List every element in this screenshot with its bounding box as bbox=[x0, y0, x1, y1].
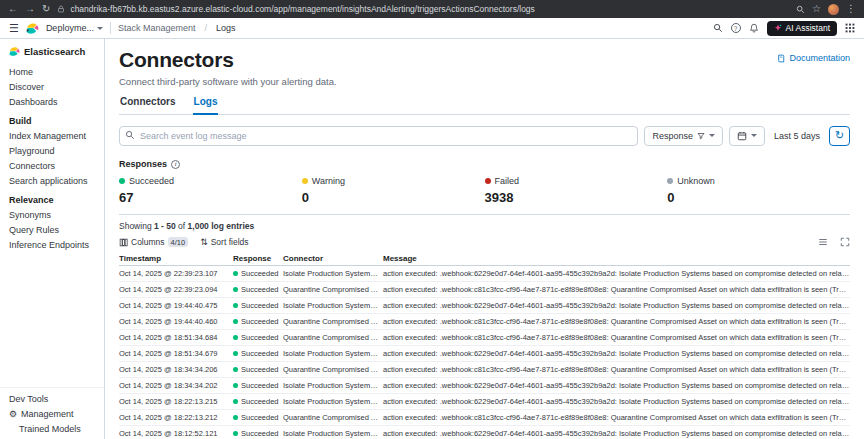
search-box bbox=[119, 125, 638, 146]
cell-timestamp: Oct 14, 2025 @ 18:51:34.679 bbox=[119, 349, 229, 358]
table-row[interactable]: Oct 14, 2025 @ 18:22:13.212 Succeeded Qu… bbox=[119, 410, 850, 426]
cell-timestamp: Oct 14, 2025 @ 18:51:34.684 bbox=[119, 333, 229, 342]
table-row[interactable]: Oct 14, 2025 @ 22:39:23.107 Succeeded Is… bbox=[119, 266, 850, 282]
table-row[interactable]: Oct 14, 2025 @ 22:39:23.094 Succeeded Qu… bbox=[119, 282, 850, 298]
cell-timestamp: Oct 14, 2025 @ 18:12:52.121 bbox=[119, 429, 229, 438]
cell-response: Succeeded bbox=[233, 285, 279, 294]
breadcrumb-stack-management[interactable]: Stack Management bbox=[118, 23, 196, 33]
tabs: Connectors Logs bbox=[119, 96, 850, 115]
status-dot bbox=[233, 271, 238, 276]
cell-message: action executed: .webhook:6229e0d7-64ef-… bbox=[383, 397, 850, 406]
col-header-timestamp[interactable]: Timestamp bbox=[119, 254, 229, 263]
ai-assistant-button[interactable]: AI Assistant bbox=[767, 21, 837, 36]
cell-connector: Isolate Production Systems base bbox=[283, 349, 379, 358]
table-row[interactable]: Oct 14, 2025 @ 18:34:34.206 Succeeded Qu… bbox=[119, 362, 850, 378]
sidebar-item-management[interactable]: ⚙ Management bbox=[0, 406, 104, 421]
response-filter-button[interactable]: Response bbox=[644, 126, 723, 146]
sidebar-item[interactable]: Synonyms bbox=[0, 207, 104, 222]
cell-timestamp: Oct 14, 2025 @ 22:39:23.094 bbox=[119, 285, 229, 294]
page-title: Connectors bbox=[119, 48, 234, 72]
table-row[interactable]: Oct 14, 2025 @ 18:22:13.215 Succeeded Is… bbox=[119, 394, 850, 410]
bookmark-star-icon[interactable]: ☆ bbox=[812, 4, 821, 14]
sidebar-item-dev-tools[interactable]: Dev Tools bbox=[0, 391, 104, 406]
sidebar-item[interactable]: Playground bbox=[0, 143, 104, 158]
info-icon[interactable]: i bbox=[171, 160, 180, 169]
address-bar[interactable]: chandrika-fb67bb.kb.eastus2.azure.elasti… bbox=[57, 4, 789, 14]
table-row[interactable]: Oct 14, 2025 @ 18:51:34.679 Succeeded Is… bbox=[119, 346, 850, 362]
main-content: Connectors Documentation Connect third-p… bbox=[105, 39, 864, 439]
sidebar-item-trained-models[interactable]: Trained Models bbox=[0, 421, 104, 436]
deployment-switcher[interactable]: Deployme... bbox=[46, 23, 103, 33]
cell-timestamp: Oct 14, 2025 @ 22:39:23.107 bbox=[119, 269, 229, 278]
browser-reload-icon[interactable]: ↻ bbox=[42, 4, 50, 14]
time-range-label[interactable]: Last 5 days bbox=[771, 131, 823, 141]
cell-connector: Isolate Production Systems base bbox=[283, 269, 379, 278]
gear-icon: ⚙ bbox=[9, 409, 17, 419]
table-row[interactable]: Oct 14, 2025 @ 18:12:52.121 Succeeded Is… bbox=[119, 426, 850, 439]
browser-back-icon[interactable]: ← bbox=[8, 4, 18, 14]
cell-timestamp: Oct 14, 2025 @ 19:44:40.475 bbox=[119, 301, 229, 310]
nav-divider bbox=[110, 22, 111, 34]
sort-fields-button[interactable]: ⇅ Sort fields bbox=[200, 237, 248, 247]
status-dot bbox=[233, 287, 238, 292]
status-dot bbox=[233, 415, 238, 420]
table-row[interactable]: Oct 14, 2025 @ 18:51:34.684 Succeeded Qu… bbox=[119, 330, 850, 346]
cell-timestamp: Oct 14, 2025 @ 18:34:34.202 bbox=[119, 381, 229, 390]
sidebar-item[interactable]: Search applications bbox=[0, 173, 104, 188]
col-header-message[interactable]: Message bbox=[383, 254, 850, 263]
refresh-button[interactable]: ↻ bbox=[829, 126, 850, 146]
sidebar-build-items: Index Management Playground Connectors S… bbox=[0, 128, 104, 188]
cell-connector: Quarantine Compromised Asset bbox=[283, 333, 379, 342]
url-text: chandrika-fb67bb.kb.eastus2.azure.elasti… bbox=[70, 4, 534, 14]
browser-profile-avatar[interactable] bbox=[828, 4, 839, 15]
status-dot bbox=[233, 319, 238, 324]
grid-toolbar: Columns 4/10 ⇅ Sort fields bbox=[119, 237, 850, 247]
cell-message: action executed: .webhook:c81c3fcc-cf96-… bbox=[383, 365, 850, 374]
cell-timestamp: Oct 14, 2025 @ 18:22:13.215 bbox=[119, 397, 229, 406]
sidebar-item[interactable]: Home bbox=[0, 64, 104, 79]
lock-icon bbox=[57, 5, 65, 13]
col-header-connector[interactable]: Connector bbox=[283, 254, 379, 263]
browser-menu-icon[interactable]: ⋮ bbox=[846, 4, 856, 14]
zoom-icon[interactable] bbox=[796, 5, 805, 14]
cell-message: action executed: .webhook:6229e0d7-64ef-… bbox=[383, 381, 850, 390]
cell-message: action executed: .webhook:6229e0d7-64ef-… bbox=[383, 301, 850, 310]
sidebar-item[interactable]: Discover bbox=[0, 79, 104, 94]
cell-connector: Quarantine Compromised Asset bbox=[283, 285, 379, 294]
cell-timestamp: Oct 14, 2025 @ 19:44:40.460 bbox=[119, 317, 229, 326]
col-header-response[interactable]: Response bbox=[233, 254, 279, 263]
table-row[interactable]: Oct 14, 2025 @ 19:44:40.460 Succeeded Qu… bbox=[119, 314, 850, 330]
search-input[interactable] bbox=[119, 126, 638, 146]
help-icon[interactable]: ? bbox=[731, 23, 741, 33]
sidebar-item[interactable]: Connectors bbox=[0, 158, 104, 173]
tab-connectors[interactable]: Connectors bbox=[119, 96, 177, 114]
nav-menu-icon[interactable]: ☰ bbox=[9, 23, 19, 34]
status-dot bbox=[233, 431, 238, 436]
table-row[interactable]: Oct 14, 2025 @ 18:34:34.202 Succeeded Is… bbox=[119, 378, 850, 394]
date-picker-button[interactable] bbox=[729, 126, 765, 146]
browser-forward-icon[interactable]: → bbox=[25, 4, 35, 14]
search-icon[interactable] bbox=[713, 23, 723, 33]
stat-label: Succeeded bbox=[129, 176, 174, 186]
documentation-link[interactable]: Documentation bbox=[777, 53, 850, 63]
display-density-icon[interactable] bbox=[818, 237, 828, 247]
page-subtitle: Connect third-party software with your a… bbox=[119, 76, 850, 87]
apps-grid-icon[interactable] bbox=[845, 23, 855, 33]
cell-response: Succeeded bbox=[233, 269, 279, 278]
cell-connector: Quarantine Compromised Asset bbox=[283, 413, 379, 422]
sidebar-item[interactable]: Index Management bbox=[0, 128, 104, 143]
sidebar-item[interactable]: Inference Endpoints bbox=[0, 237, 104, 252]
tab-logs[interactable]: Logs bbox=[193, 96, 219, 115]
table-row[interactable]: Oct 14, 2025 @ 19:44:40.475 Succeeded Is… bbox=[119, 298, 850, 314]
sidebar-item[interactable]: Query Rules bbox=[0, 222, 104, 237]
notifications-icon[interactable] bbox=[749, 23, 759, 33]
filter-icon bbox=[697, 132, 705, 140]
showing-summary: Showing 1 - 50 of 1,000 log entries bbox=[119, 221, 850, 231]
cell-response: Succeeded bbox=[233, 381, 279, 390]
full-screen-icon[interactable] bbox=[840, 237, 850, 247]
search-icon bbox=[125, 130, 135, 140]
sidebar-item[interactable]: Dashboards bbox=[0, 94, 104, 109]
columns-button[interactable]: Columns 4/10 bbox=[119, 237, 188, 247]
stat-value: 0 bbox=[667, 190, 850, 205]
sidebar-relevance-items: Synonyms Query Rules Inference Endpoints bbox=[0, 207, 104, 252]
